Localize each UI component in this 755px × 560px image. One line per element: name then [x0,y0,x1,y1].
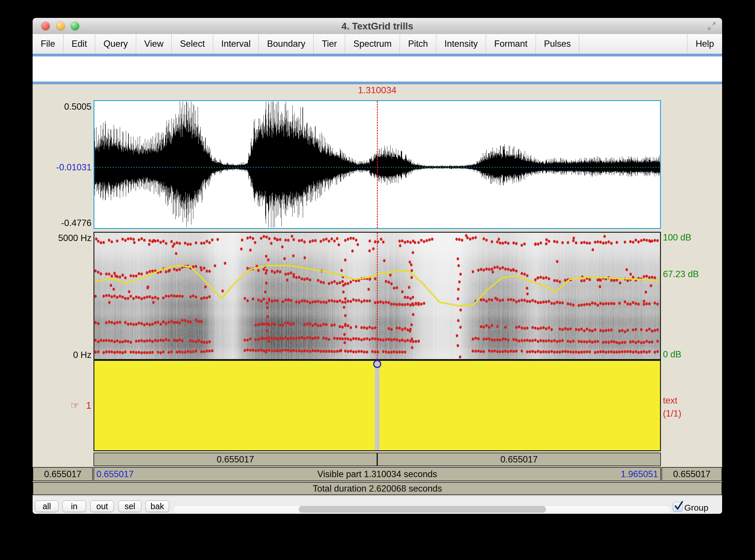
tier-selector[interactable]: ☞ 1 [33,400,91,411]
zoom-all-button[interactable]: all [35,501,59,512]
visible-part-label: Visible part 1.310034 seconds [318,469,437,479]
menu-intensity[interactable]: Intensity [436,34,486,54]
zoom-in-button[interactable]: in [62,501,86,512]
menu-file[interactable]: File [33,34,63,54]
menu-view[interactable]: View [136,34,172,54]
visible-end-time: 1.965051 [621,469,658,479]
cursor-line-waveform[interactable] [377,101,378,228]
play-selection-right-bar[interactable]: 0.655017 [377,453,661,466]
checkmark-icon [674,500,685,512]
time-scrollbar[interactable] [173,505,671,513]
praat-editor-window: 4. TextGrid trills File Edit Query View … [33,18,722,514]
freq-min-label: 0 Hz [33,350,91,360]
time-scrollbar-thumb[interactable] [299,506,546,513]
group-checkbox[interactable] [673,502,682,512]
play-before-visible-bar[interactable]: 0.655017 [33,467,93,481]
menu-pulses[interactable]: Pulses [536,34,579,54]
tier-cursor-bar[interactable] [375,361,380,450]
zoom-selection-button[interactable]: sel [118,501,141,512]
menu-interval[interactable]: Interval [213,34,259,54]
bottom-control-strip: all in out sel bak Group [33,496,722,514]
menu-bar: File Edit Query View Select Interval Bou… [33,34,722,54]
menu-select[interactable]: Select [172,34,213,54]
tier-name-label: text [663,396,677,406]
play-selection-left-bar[interactable]: 0.655017 [94,453,377,466]
tier-index-label: (1/1) [663,408,681,419]
fullscreen-icon[interactable] [707,21,717,31]
menu-spectrum[interactable]: Spectrum [345,34,400,54]
cursor-line-spectrogram[interactable] [377,233,378,359]
play-after-visible-bar[interactable]: 0.655017 [661,467,722,481]
menu-boundary[interactable]: Boundary [259,34,314,54]
textgrid-tier-interval[interactable] [94,360,661,451]
menu-query[interactable]: Query [95,34,136,54]
menu-pitch[interactable]: Pitch [400,34,436,54]
cursor-time-label: 1.310034 [334,85,421,96]
zoom-out-button[interactable]: out [90,501,114,512]
menu-edit[interactable]: Edit [63,34,95,54]
menu-help[interactable]: Help [687,34,722,54]
play-total-duration-bar[interactable]: Total duration 2.620068 seconds [33,482,722,495]
menu-tier[interactable]: Tier [314,34,345,54]
waveform-max-label: 0.5005 [33,102,91,112]
tier-cursor-handle[interactable] [373,360,381,368]
waveform-cursor-value-label: -0.01031 [33,162,91,173]
db-cursor-label: 67.23 dB [663,269,699,279]
zoom-back-button[interactable]: bak [145,501,169,512]
pointing-hand-icon: ☞ [70,400,79,411]
window-title: 4. TextGrid trills [33,21,722,32]
db-max-label: 100 dB [663,232,691,243]
group-checkbox-label: Group [684,503,708,513]
visible-start-time: 0.655017 [96,469,134,479]
waveform-min-label: -0.4776 [33,218,91,228]
menu-formant[interactable]: Formant [486,34,536,54]
play-visible-part-bar[interactable]: 0.655017 Visible part 1.310034 seconds 1… [94,467,661,481]
db-min-label: 0 dB [663,349,681,360]
freq-max-label: 5000 Hz [33,233,91,243]
title-bar[interactable]: 4. TextGrid trills [33,18,722,34]
tier-number: 1 [86,400,91,411]
interval-text-field[interactable] [33,54,722,84]
